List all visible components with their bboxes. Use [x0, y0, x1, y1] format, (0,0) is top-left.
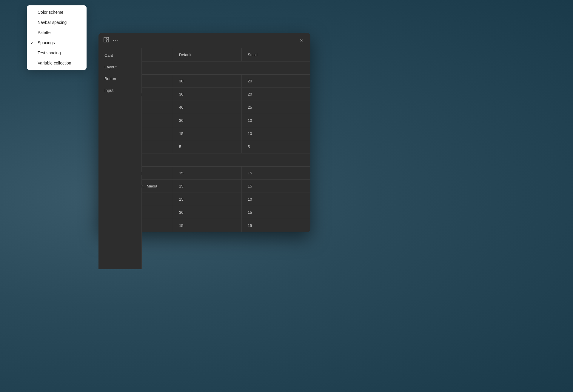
row-default-value: 30 [173, 75, 242, 87]
row-default-value: 5 [173, 140, 242, 153]
panel-header: ··· × [98, 33, 310, 48]
dropdown-item-spacings[interactable]: Spacings [27, 38, 87, 48]
sidebar-item-card[interactable]: Card [98, 50, 141, 61]
svg-rect-1 [107, 37, 109, 39]
row-default-value: 15 [173, 127, 242, 140]
row-small-value: 10 [242, 193, 310, 206]
more-options-button[interactable]: ··· [113, 37, 119, 44]
row-default-value: 15 [173, 167, 242, 179]
sidebar-item-input[interactable]: Input [98, 84, 141, 96]
dropdown-item-color-scheme[interactable]: Color scheme [27, 7, 87, 17]
row-small-value: 15 [242, 167, 310, 179]
layout-icon [103, 37, 109, 44]
row-small-value: 25 [242, 101, 310, 114]
sidebar-item-button[interactable]: Button [98, 73, 141, 84]
col-default-header: Default [173, 48, 242, 61]
row-small-value: 5 [242, 140, 310, 153]
col-small-header: Small [242, 48, 310, 61]
row-small-value: 10 [242, 114, 310, 127]
svg-rect-2 [107, 40, 109, 42]
dropdown-menu: Color schemeNavbar spacingPaletteSpacing… [27, 5, 87, 70]
row-default-value: 30 [173, 206, 242, 219]
row-default-value: 15 [173, 193, 242, 206]
row-default-value: 30 [173, 88, 242, 101]
row-default-value: 40 [173, 101, 242, 114]
panel-header-left: ··· [103, 37, 119, 44]
close-button[interactable]: × [297, 36, 306, 45]
row-small-value: 15 [242, 180, 310, 193]
row-small-value: 15 [242, 219, 310, 232]
row-default-value: 30 [173, 114, 242, 127]
row-default-value: 15 [173, 219, 242, 232]
row-small-value: 20 [242, 88, 310, 101]
row-small-value: 10 [242, 127, 310, 140]
row-small-value: 15 [242, 206, 310, 219]
sidebar-item-layout[interactable]: Layout [98, 61, 141, 73]
dropdown-item-test-spacing[interactable]: Test spacing [27, 48, 87, 58]
svg-rect-0 [104, 37, 106, 42]
row-small-value: 20 [242, 75, 310, 87]
dropdown-item-palette[interactable]: Palette [27, 27, 87, 38]
dropdown-item-variable-collection[interactable]: Variable collection [27, 58, 87, 68]
left-sidebar: CardLayoutButtonInput [98, 48, 142, 269]
dropdown-item-navbar-spacing[interactable]: Navbar spacing [27, 17, 87, 27]
row-default-value: 15 [173, 180, 242, 193]
